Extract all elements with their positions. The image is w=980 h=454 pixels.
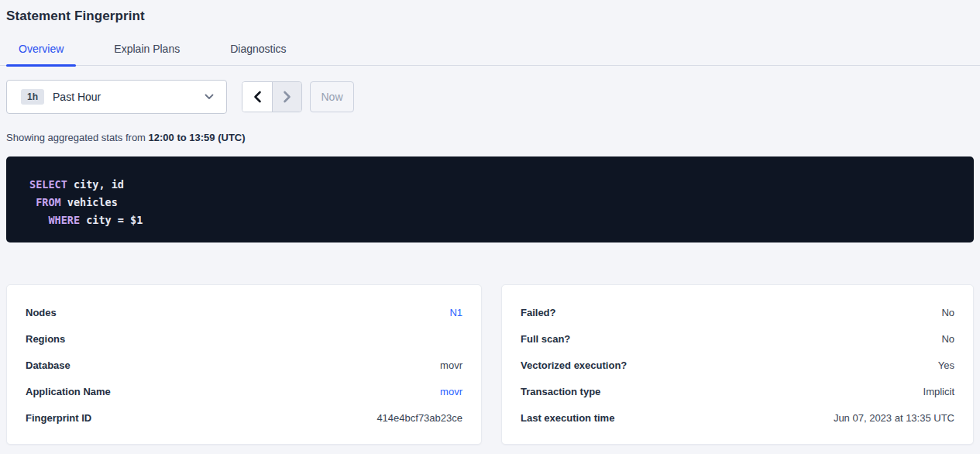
full-scan-value: No <box>941 333 954 345</box>
next-time-interval-button[interactable] <box>272 82 301 112</box>
tab-overview[interactable]: Overview <box>6 43 76 65</box>
sql-line: SELECT city, id <box>29 176 961 194</box>
statement-details-card: Nodes N1 Regions Database movr Applicati… <box>6 284 482 445</box>
application-name-value-link[interactable]: movr <box>440 386 462 397</box>
now-button[interactable]: Now <box>310 81 354 112</box>
sql-keyword: SELECT <box>29 178 67 191</box>
table-row: Vectorized execution? Yes <box>521 352 954 378</box>
failed-label: Failed? <box>521 307 556 318</box>
full-scan-label: Full scan? <box>521 333 570 345</box>
database-value: movr <box>440 359 462 371</box>
transaction-type-label: Transaction type <box>521 386 600 397</box>
summary-cards: Nodes N1 Regions Database movr Applicati… <box>6 284 974 445</box>
fingerprint-id-value: 414e4bcf73ab23ce <box>377 412 462 424</box>
chevron-right-icon <box>283 91 291 103</box>
stats-time-range: 12:00 to 13:59 (UTC) <box>149 132 246 143</box>
chevron-left-icon <box>253 91 262 103</box>
sql-line: FROM vehicles <box>29 194 961 212</box>
tab-explain-plans[interactable]: Explain Plans <box>101 43 192 65</box>
statement-fingerprint-page: Statement Fingerprint Overview Explain P… <box>0 0 980 445</box>
aggregated-stats-summary: Showing aggregated stats from 12:00 to 1… <box>6 132 974 143</box>
stats-prefix: Showing aggregated stats from <box>6 132 149 143</box>
vectorized-execution-label: Vectorized execution? <box>521 359 627 371</box>
table-row: Application Name movr <box>26 378 462 404</box>
sql-keyword: WHERE <box>48 214 80 226</box>
time-range-dropdown[interactable]: 1h Past Hour <box>6 80 227 114</box>
last-execution-time-value: Jun 07, 2023 at 13:35 UTC <box>834 412 954 424</box>
nodes-label: Nodes <box>26 307 57 318</box>
vectorized-execution-value: Yes <box>938 359 954 371</box>
execution-attributes-card: Failed? No Full scan? No Vectorized exec… <box>501 284 974 445</box>
chevron-down-icon <box>205 94 214 100</box>
failed-value: No <box>941 307 954 318</box>
table-row: Transaction type Implicit <box>521 378 954 404</box>
table-row: Regions <box>26 325 462 352</box>
time-step-buttons <box>242 81 302 112</box>
table-row: Full scan? No <box>521 325 954 352</box>
tab-diagnostics[interactable]: Diagnostics <box>218 43 298 65</box>
last-execution-time-label: Last execution time <box>521 412 614 424</box>
page-title: Statement Fingerprint <box>0 0 980 24</box>
transaction-type-value: Implicit <box>923 386 954 397</box>
table-row: Nodes N1 <box>26 299 462 325</box>
application-name-label: Application Name <box>26 386 111 397</box>
sql-line: WHERE city = $1 <box>29 212 961 229</box>
table-row: Database movr <box>26 352 462 378</box>
database-label: Database <box>26 359 70 371</box>
previous-time-interval-button[interactable] <box>242 82 272 112</box>
regions-label: Regions <box>26 333 65 345</box>
tab-bar: Overview Explain Plans Diagnostics <box>0 43 980 66</box>
table-row: Fingerprint ID 414e4bcf73ab23ce <box>26 404 462 431</box>
time-range-label: Past Hour <box>53 91 205 103</box>
time-controls: 1h Past Hour Now <box>6 80 974 114</box>
nodes-value-link[interactable]: N1 <box>449 307 462 318</box>
table-row: Last execution time Jun 07, 2023 at 13:3… <box>521 404 954 431</box>
fingerprint-id-label: Fingerprint ID <box>26 412 91 424</box>
sql-statement-box: SELECT city, id FROM vehicles WHERE city… <box>6 156 974 242</box>
sql-keyword: FROM <box>36 196 61 208</box>
table-row: Failed? No <box>521 299 954 325</box>
time-range-badge: 1h <box>21 89 44 105</box>
